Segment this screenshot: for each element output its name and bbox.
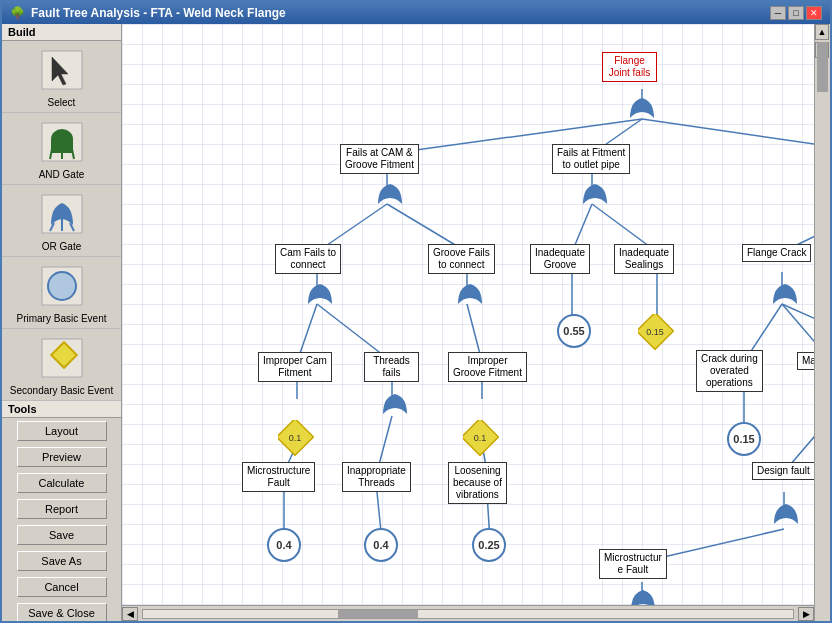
gate-microstructure-bottom[interactable] (628, 588, 658, 605)
value-01b: 0.1 (463, 420, 499, 456)
value-04a: 0.4 (267, 528, 301, 562)
gate-cam-connect[interactable] (305, 282, 335, 307)
scroll-left-btn[interactable]: ◀ (122, 607, 138, 621)
node-inadequate-sealings[interactable]: InadequateSealings (614, 244, 674, 274)
value-055: 0.55 (557, 314, 591, 348)
select-label: Select (48, 97, 76, 108)
svg-text:0.1: 0.1 (289, 433, 302, 443)
gate-top-or[interactable] (627, 96, 657, 121)
h-scroll-track[interactable] (142, 609, 794, 619)
select-tool[interactable]: Select (2, 41, 121, 113)
gate-flange-crack[interactable] (770, 282, 800, 307)
restore-button[interactable]: □ (788, 6, 804, 20)
node-inadequate-groove[interactable]: InadequateGroove (530, 244, 590, 274)
value-025: 0.25 (472, 528, 506, 562)
node-improper-groove[interactable]: ImproperGroove Fitment (448, 352, 527, 382)
value-015: 0.15 (638, 314, 674, 350)
gate-groove-connect[interactable] (455, 282, 485, 307)
node-fitment-outlet[interactable]: Fails at Fitmentto outlet pipe (552, 144, 630, 174)
title-bar: 🌳 Fault Tree Analysis - FTA - Weld Neck … (2, 2, 830, 24)
svg-text:0.1: 0.1 (474, 433, 487, 443)
report-button[interactable]: Report (17, 499, 107, 519)
node-flange-crack[interactable]: Flange Crack (742, 244, 811, 262)
canvas-inner: FlangeJoint fails Fails at CAM &Groove F… (122, 24, 814, 605)
svg-line-19 (642, 119, 814, 154)
v-scrollbar[interactable]: ▲ ▼ (814, 24, 830, 621)
and-gate-icon (32, 117, 92, 167)
gate-fitment[interactable] (580, 182, 610, 207)
value-04b: 0.4 (364, 528, 398, 562)
app-icon: 🌳 (10, 6, 25, 20)
or-gate-icon (32, 189, 92, 239)
canvas-area: FlangeJoint fails Fails at CAM &Groove F… (122, 24, 814, 621)
primary-basic-label: Primary Basic Event (16, 313, 106, 324)
and-gate-tool[interactable]: AND Gate (2, 113, 121, 185)
save-as-button[interactable]: Save As (17, 551, 107, 571)
node-cam-groove[interactable]: Fails at CAM &Groove Fitment (340, 144, 419, 174)
secondary-basic-tool[interactable]: Secondary Basic Event (2, 329, 121, 401)
layout-button[interactable]: Layout (17, 421, 107, 441)
primary-basic-tool[interactable]: Primary Basic Event (2, 257, 121, 329)
canvas-scroll[interactable]: FlangeJoint fails Fails at CAM &Groove F… (122, 24, 814, 605)
svg-point-13 (48, 272, 76, 300)
window-title: Fault Tree Analysis - FTA - Weld Neck Fl… (31, 6, 286, 20)
node-microstructure1[interactable]: MicrostructureFault (242, 462, 315, 492)
main-content: Build Select (2, 24, 830, 621)
secondary-basic-label: Secondary Basic Event (10, 385, 113, 396)
preview-button[interactable]: Preview (17, 447, 107, 467)
h-scrollbar[interactable]: ◀ ▶ (122, 605, 814, 621)
primary-basic-icon (32, 261, 92, 311)
scroll-right-btn[interactable]: ▶ (798, 607, 814, 621)
or-gate-label: OR Gate (42, 241, 81, 252)
or-gate-tool[interactable]: OR Gate (2, 185, 121, 257)
left-panel: Build Select (2, 24, 122, 621)
and-gate-label: AND Gate (39, 169, 85, 180)
save-button[interactable]: Save (17, 525, 107, 545)
node-threads-fails[interactable]: Threadsfails (364, 352, 419, 382)
title-controls: ─ □ ✕ (770, 6, 822, 20)
svg-point-4 (51, 129, 73, 149)
minimize-button[interactable]: ─ (770, 6, 786, 20)
value-01a: 0.1 (278, 420, 314, 456)
gate-cam-groove[interactable] (375, 182, 405, 207)
h-scroll-thumb[interactable] (338, 610, 418, 618)
secondary-basic-icon (32, 333, 92, 383)
scroll-up-btn[interactable]: ▲ (815, 24, 829, 40)
svg-text:0.15: 0.15 (646, 327, 664, 337)
node-microstructure-bottom[interactable]: Microstructure Fault (599, 549, 667, 579)
node-flange-joint[interactable]: FlangeJoint fails (602, 52, 657, 82)
gate-design-fault[interactable] (771, 502, 801, 527)
node-cam-connect[interactable]: Cam Fails toconnect (275, 244, 341, 274)
connections-svg (122, 24, 814, 605)
node-groove-connect[interactable]: Groove Failsto connect (428, 244, 495, 274)
node-improper-cam[interactable]: Improper CamFitment (258, 352, 332, 382)
value-015b: 0.15 (727, 422, 761, 456)
tools-section-header: Tools (2, 401, 121, 418)
save-close-button[interactable]: Save & Close (17, 603, 107, 621)
cancel-button[interactable]: Cancel (17, 577, 107, 597)
node-design-fault[interactable]: Design fault (752, 462, 814, 480)
node-crack-overated[interactable]: Crack duringoveratedoperations (696, 350, 763, 392)
v-scroll-thumb[interactable] (817, 42, 828, 92)
gate-threads-fails[interactable] (380, 392, 410, 417)
main-window: 🌳 Fault Tree Analysis - FTA - Weld Neck … (0, 0, 832, 623)
node-material-fault[interactable]: Material Fault (797, 352, 814, 370)
title-bar-left: 🌳 Fault Tree Analysis - FTA - Weld Neck … (10, 6, 286, 20)
calculate-button[interactable]: Calculate (17, 473, 107, 493)
close-button[interactable]: ✕ (806, 6, 822, 20)
node-inappropriate-threads[interactable]: InappropriateThreads (342, 462, 411, 492)
build-section-header: Build (2, 24, 121, 41)
node-loosening[interactable]: Looseningbecause ofvibrations (448, 462, 507, 504)
select-icon (32, 45, 92, 95)
